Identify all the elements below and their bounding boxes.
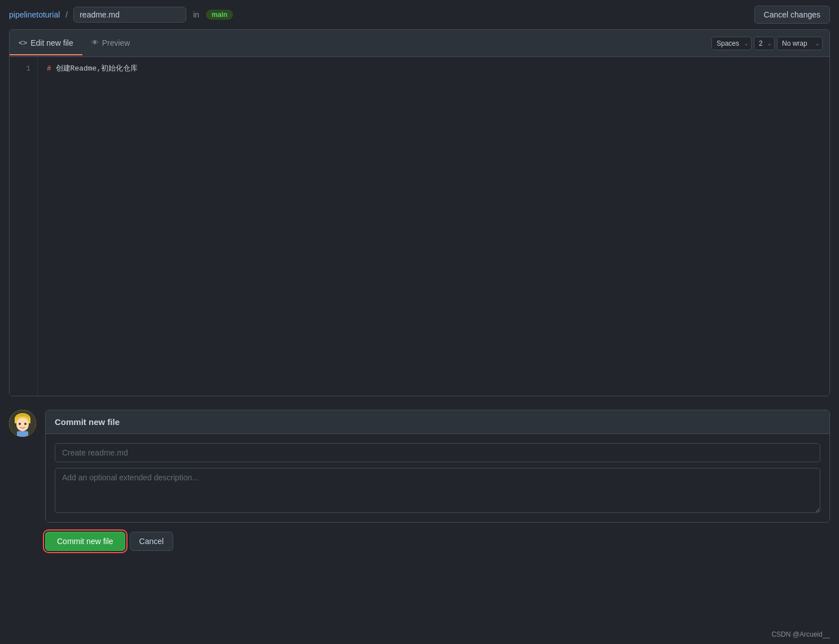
wrap-select-wrapper: No wrap Soft wrap	[777, 37, 823, 50]
eye-icon: 👁	[91, 38, 99, 47]
spaces-select-wrapper: Spaces Tabs	[711, 37, 752, 50]
indent-size-select-wrapper: 2 4 8	[754, 37, 775, 50]
editor-settings: Spaces Tabs 2 4 8 No wrap Soft wrap	[711, 37, 829, 50]
avatar-svg	[9, 410, 36, 437]
svg-point-5	[24, 423, 27, 425]
commit-form-header: Commit new file	[46, 410, 829, 434]
code-icon: <>	[19, 38, 27, 47]
commit-form-body	[46, 434, 829, 522]
commit-form-title: Commit new file	[55, 417, 120, 427]
action-buttons: Commit new file Cancel	[9, 532, 830, 551]
path-separator: /	[65, 10, 68, 19]
top-bar: pipelinetoturial / in main Cancel change…	[0, 0, 839, 29]
svg-point-4	[19, 423, 21, 425]
footer-text: CSDN @Arcueid__	[771, 630, 830, 638]
branch-badge: main	[206, 10, 233, 20]
avatar	[9, 410, 36, 437]
commit-section: Commit new file	[9, 410, 830, 523]
tab-preview[interactable]: 👁 Preview	[82, 32, 139, 55]
cancel-commit-button[interactable]: Cancel	[130, 532, 174, 551]
tab-edit[interactable]: <> Edit new file	[10, 32, 82, 55]
spaces-select[interactable]: Spaces Tabs	[711, 37, 752, 50]
preview-tab-label: Preview	[102, 38, 130, 47]
footer: CSDN @Arcueid__	[771, 630, 830, 638]
svg-rect-6	[17, 431, 28, 437]
commit-new-file-button[interactable]: Commit new file	[45, 532, 125, 551]
commit-form: Commit new file	[45, 410, 830, 523]
indent-size-select[interactable]: 2 4 8	[754, 37, 775, 50]
line-numbers: 1	[10, 57, 38, 396]
edit-tab-label: Edit new file	[30, 38, 73, 47]
wrap-select[interactable]: No wrap Soft wrap	[777, 37, 823, 50]
commit-title-input[interactable]	[55, 443, 820, 462]
in-label: in	[193, 10, 199, 19]
code-text: 创建Readme,初始化仓库	[51, 64, 138, 73]
repo-link[interactable]: pipelinetoturial	[9, 10, 60, 19]
code-content-area[interactable]: # 创建Readme,初始化仓库	[38, 57, 829, 396]
code-editor: 1 # 创建Readme,初始化仓库	[10, 57, 829, 396]
avatar-image	[9, 410, 36, 437]
code-hash: #	[47, 64, 51, 73]
svg-point-3	[16, 418, 29, 431]
editor-container: <> Edit new file 👁 Preview Spaces Tabs 2…	[9, 29, 830, 396]
commit-description-textarea[interactable]	[55, 468, 820, 513]
line-number-1: 1	[16, 63, 30, 75]
tab-bar: <> Edit new file 👁 Preview Spaces Tabs 2…	[10, 30, 829, 57]
cancel-changes-button[interactable]: Cancel changes	[754, 6, 830, 24]
file-name-input[interactable]	[73, 7, 186, 23]
